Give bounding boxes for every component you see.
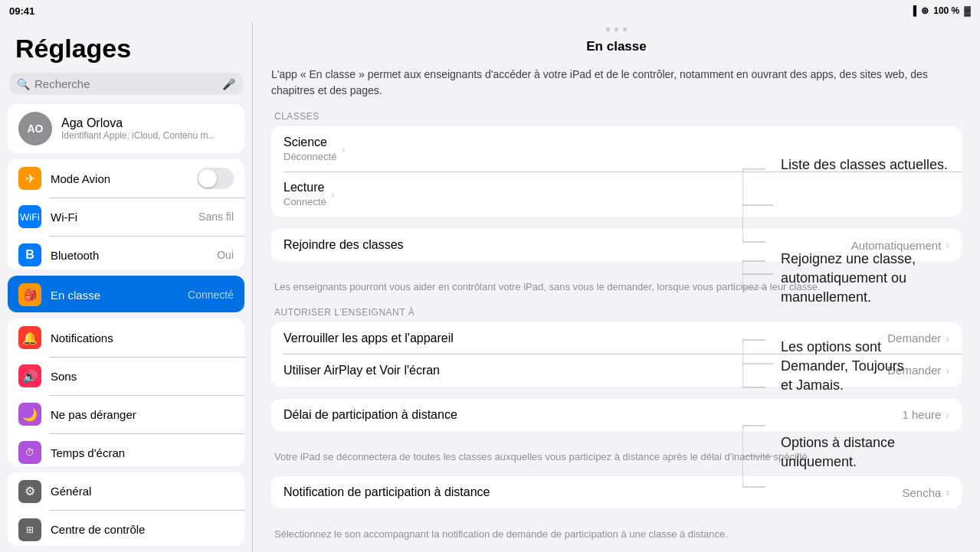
- notification-row[interactable]: Notification de participation à distance…: [271, 476, 962, 508]
- main-content: En classe L'app « En classe » permet aux…: [253, 21, 980, 552]
- sidebar-item-temps-ecran[interactable]: ⏱ Temps d'écran: [8, 433, 244, 465]
- lecture-chevron: ›: [331, 188, 335, 201]
- science-row[interactable]: Science Déconnecté ›: [271, 126, 962, 171]
- sons-label: Sons: [51, 370, 234, 383]
- sidebar-en-classe-group: 🎒 En classe Connecté: [8, 276, 244, 312]
- user-info: Aga Orlova Identifiant Apple, iCloud, Co…: [61, 116, 215, 141]
- airplay-chevron: ›: [946, 364, 949, 377]
- search-input[interactable]: [34, 77, 218, 90]
- delay-chevron: ›: [946, 409, 949, 421]
- window-dot-1: [606, 28, 610, 31]
- sidebar-general-group: ⚙ Général ⊞ Centre de contrôle: [8, 472, 244, 546]
- authorize-section-label: AUTORISER L'ENSEIGNANT À: [271, 307, 962, 318]
- content-area: L'app « En classe » permet aux enseignan…: [253, 67, 980, 542]
- user-profile[interactable]: AO Aga Orlova Identifiant Apple, iCloud,…: [8, 104, 244, 153]
- notifications-icon: 🔔: [18, 326, 41, 349]
- notification-note: Sélectionnez le son accompagnant la noti…: [271, 521, 962, 542]
- status-indicators: ▐ ⊛ 100 % ▓: [910, 5, 971, 16]
- lecture-row[interactable]: Lecture Connecté ›: [271, 171, 962, 217]
- sidebar-connectivity-group: ✈ Mode Avion WiFi Wi-Fi Sans fil B Bluet…: [8, 159, 244, 269]
- science-sub: Déconnecté: [284, 151, 336, 162]
- sidebar-notifications-group: 🔔 Notifications 🔊 Sons 🌙 Ne pas déranger…: [8, 318, 244, 465]
- user-subtitle: Identifiant Apple, iCloud, Contenu m...: [61, 130, 215, 141]
- sidebar-item-centre-controle[interactable]: ⊞ Centre de contrôle: [8, 511, 244, 546]
- app-container: Réglages 🔍 🎤 AO Aga Orlova Identifiant A…: [0, 21, 980, 552]
- airplay-label: Utiliser AirPlay et Voir l'écran: [284, 364, 887, 377]
- lock-apps-label: Verrouiller les apps et l'appareil: [284, 332, 887, 345]
- lock-apps-chevron: ›: [946, 332, 949, 345]
- window-dot-2: [615, 28, 618, 31]
- battery-label: 100 %: [933, 5, 959, 16]
- mode-avion-label: Mode Avion: [51, 172, 188, 185]
- window-controls: [253, 21, 980, 36]
- general-icon: ⚙: [18, 480, 41, 503]
- user-name: Aga Orlova: [61, 116, 215, 130]
- bluetooth-value: Oui: [217, 249, 234, 261]
- join-classes-chevron: ›: [946, 239, 949, 251]
- join-note: Les enseignants pourront vous aider en c…: [271, 273, 962, 295]
- sidebar-item-mode-avion[interactable]: ✈ Mode Avion: [8, 159, 244, 198]
- cellular-icon: ▐: [910, 5, 917, 16]
- status-bar: 09:41 ▐ ⊛ 100 % ▓: [0, 0, 980, 21]
- temps-ecran-label: Temps d'écran: [51, 446, 234, 459]
- science-chevron: ›: [341, 143, 345, 155]
- centre-controle-label: Centre de contrôle: [51, 523, 234, 536]
- airplay-value: Demander: [887, 364, 941, 377]
- sidebar-item-ne-pas-deranger[interactable]: 🌙 Ne pas déranger: [8, 395, 244, 433]
- sidebar: Réglages 🔍 🎤 AO Aga Orlova Identifiant A…: [0, 21, 253, 552]
- sidebar-item-general[interactable]: ⚙ Général: [8, 472, 244, 511]
- ne-pas-deranger-label: Ne pas déranger: [51, 408, 234, 421]
- delay-label: Délai de participation à distance: [284, 408, 902, 422]
- delay-value: 1 heure: [902, 408, 941, 421]
- airplay-row[interactable]: Utiliser AirPlay et Voir l'écran Demande…: [271, 354, 962, 387]
- lecture-sub: Connecté: [284, 196, 326, 207]
- notification-group: Notification de participation à distance…: [271, 476, 962, 508]
- authorize-group: Verrouiller les apps et l'appareil Deman…: [271, 322, 962, 387]
- wifi-label: Wi-Fi: [51, 211, 189, 224]
- notifications-label: Notifications: [51, 332, 234, 345]
- mic-icon: 🎤: [222, 78, 235, 90]
- search-icon: 🔍: [17, 78, 30, 90]
- join-classes-row[interactable]: Rejoindre des classes Automatiquement ›: [271, 229, 962, 261]
- lock-apps-value: Demander: [887, 332, 941, 345]
- sidebar-item-notifications[interactable]: 🔔 Notifications: [8, 318, 244, 357]
- sidebar-item-bluetooth[interactable]: B Bluetooth Oui: [8, 236, 244, 269]
- ne-pas-deranger-icon: 🌙: [18, 403, 41, 426]
- science-label: Science: [284, 136, 336, 149]
- classes-section-label: CLASSES: [271, 111, 962, 122]
- status-time: 09:41: [9, 5, 34, 17]
- mode-avion-icon: ✈: [18, 167, 41, 190]
- notification-chevron: ›: [946, 486, 949, 498]
- classes-group: Science Déconnecté › Lecture Connecté ›: [271, 126, 962, 217]
- avatar: AO: [18, 112, 52, 145]
- search-bar[interactable]: 🔍 🎤: [9, 73, 243, 95]
- en-classe-value: Connecté: [188, 289, 234, 301]
- sons-icon: 🔊: [18, 364, 41, 387]
- delay-row[interactable]: Délai de participation à distance 1 heur…: [271, 399, 962, 431]
- centre-controle-icon: ⊞: [18, 518, 41, 541]
- mode-avion-toggle[interactable]: [197, 168, 234, 189]
- bluetooth-icon: B: [18, 243, 41, 266]
- intro-text: L'app « En classe » permet aux enseignan…: [271, 67, 962, 99]
- window-dot-3: [623, 28, 627, 31]
- join-classes-label: Rejoindre des classes: [284, 238, 851, 252]
- sidebar-item-sons[interactable]: 🔊 Sons: [8, 357, 244, 395]
- en-classe-icon: 🎒: [18, 283, 41, 306]
- notification-value: Sencha: [902, 486, 941, 499]
- en-classe-label: En classe: [51, 289, 179, 302]
- battery-icon: ▓: [964, 5, 971, 16]
- lock-apps-row[interactable]: Verrouiller les apps et l'appareil Deman…: [271, 322, 962, 354]
- wifi-icon: ⊛: [921, 5, 929, 16]
- notification-label: Notification de participation à distance: [284, 485, 902, 499]
- join-classes-group: Rejoindre des classes Automatiquement ›: [271, 229, 962, 261]
- wifi-value: Sans fil: [198, 211, 234, 223]
- temps-ecran-icon: ⏱: [18, 441, 41, 464]
- sidebar-title: Réglages: [0, 21, 252, 70]
- join-classes-value: Automatiquement: [851, 239, 942, 252]
- page-title: En classe: [253, 36, 980, 67]
- lecture-label: Lecture: [284, 181, 326, 194]
- sidebar-item-en-classe[interactable]: 🎒 En classe Connecté: [8, 276, 244, 312]
- delay-note: Votre iPad se déconnectera de toutes les…: [271, 443, 962, 465]
- wifi-icon: WiFi: [18, 205, 41, 228]
- sidebar-item-wifi[interactable]: WiFi Wi-Fi Sans fil: [8, 198, 244, 236]
